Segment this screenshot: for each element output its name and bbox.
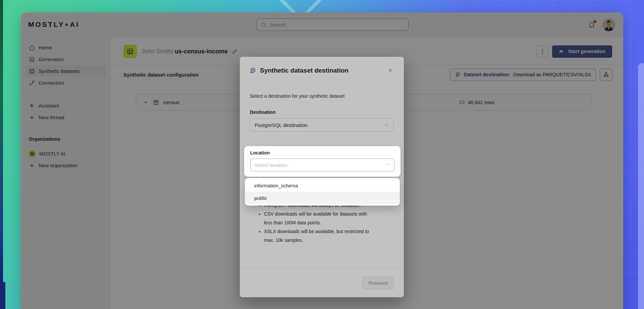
location-option-public[interactable]: public — [245, 192, 400, 204]
modal-footer: Proceed — [240, 268, 404, 297]
location-field-panel: Location — [244, 146, 400, 177]
destination-select-value: PostgreSQL destination — [255, 122, 308, 128]
chevron-down-icon — [384, 123, 389, 128]
location-option-information-schema[interactable]: information_schema — [245, 180, 400, 192]
location-input[interactable] — [255, 162, 385, 168]
synthetic-dataset-destination-modal: Synthetic dataset destination Select a d… — [240, 57, 404, 297]
note-item: CSV downloads will be available for data… — [264, 210, 375, 227]
app-window: MOSTLY AI Home — [21, 12, 623, 309]
note-item: XSLX downloads will be available, but re… — [264, 227, 375, 245]
desktop: { "colors": { "accent_navy": "#414d8c", … — [0, 0, 644, 309]
destination-field-label: Destination — [240, 109, 404, 115]
location-select[interactable] — [250, 159, 394, 171]
location-popover: Location information_schema public — [244, 146, 400, 206]
modal-header: Synthetic dataset destination — [240, 57, 404, 75]
location-field-label: Location — [250, 150, 394, 156]
cube-destination-icon — [249, 67, 257, 74]
download-notes-list: PARQUET downloads will always be availab… — [257, 201, 375, 245]
close-icon — [387, 68, 393, 73]
modal-subtitle: Select a destination for your synthetic … — [240, 93, 404, 99]
modal-close-button[interactable] — [386, 66, 394, 75]
location-options-dropdown: information_schema public — [245, 178, 400, 206]
background-left-edge — [0, 0, 3, 309]
chevron-down-icon — [385, 162, 390, 168]
modal-title: Synthetic dataset destination — [260, 67, 348, 74]
background-corner-decor — [0, 282, 5, 309]
destination-select[interactable]: PostgreSQL destination — [250, 118, 394, 132]
background-scrollbar-shape — [638, 63, 644, 309]
proceed-button[interactable]: Proceed — [362, 277, 394, 289]
